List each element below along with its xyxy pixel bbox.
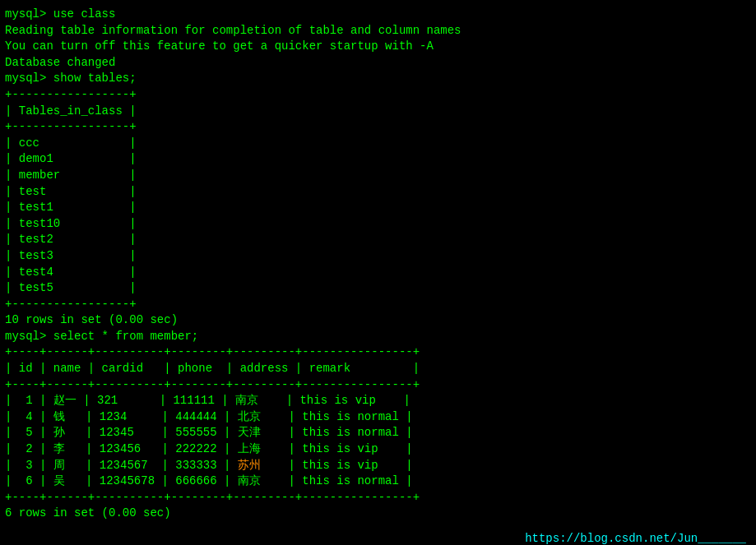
highlighted-text: 苏州 xyxy=(238,459,261,472)
terminal-line: 6 rows in set (0.00 sec) xyxy=(5,506,751,522)
terminal-line: | demo1 | xyxy=(5,151,751,168)
terminal-line: | 5 | 孙 | 12345 | 555555 | 天津 | this is … xyxy=(5,425,751,441)
terminal-line: | test5 | xyxy=(5,280,751,297)
terminal-line: | 6 | 吴 | 12345678 | 666666 | 南京 | this … xyxy=(5,473,751,490)
terminal-line: | test2 | xyxy=(5,232,751,248)
terminal-line: mysql> select * from member; xyxy=(5,329,751,345)
terminal-line: | ccc | xyxy=(5,136,751,152)
terminal-line: | 4 | 钱 | 1234 | 444444 | 北京 | this is n… xyxy=(5,409,751,426)
terminal-line: | test10 | xyxy=(5,216,751,233)
terminal-line: | member | xyxy=(5,168,751,184)
terminal-line: Database changed xyxy=(5,55,751,72)
terminal-line: +-----------------+ xyxy=(5,119,751,136)
terminal-line: | 1 | 赵一 | 321 | 111111 | 南京 | this is v… xyxy=(5,393,751,409)
terminal-line: You can turn off this feature to get a q… xyxy=(5,39,751,55)
terminal-line: 10 rows in set (0.00 sec) xyxy=(5,312,751,329)
terminal-line: +----+------+----------+--------+-------… xyxy=(5,344,751,361)
terminal-line: +-----------------+ xyxy=(5,297,751,313)
terminal-line: | test3 | xyxy=(5,248,751,265)
terminal-line: | Tables_in_class | xyxy=(5,104,751,120)
terminal-line: mysql> show tables; xyxy=(5,71,751,87)
terminal-line: | test1 | xyxy=(5,200,751,216)
url-label: https://blog.csdn.net/Jun_______ xyxy=(525,532,746,545)
terminal-line: | id | name | cardid | phone | address |… xyxy=(5,361,751,377)
terminal-line: +----+------+----------+--------+-------… xyxy=(5,377,751,394)
terminal-line: Reading table information for completion… xyxy=(5,23,751,39)
terminal-window: mysql> use classReading table informatio… xyxy=(5,7,751,545)
terminal-line: mysql> use class xyxy=(5,7,751,23)
terminal-line: | 3 | 周 | 1234567 | 333333 | 苏州 | this i… xyxy=(5,458,751,474)
terminal-line: | 2 | 李 | 123456 | 222222 | 上海 | this is… xyxy=(5,441,751,458)
terminal-line: +-----------------+ xyxy=(5,87,751,104)
terminal-line: | test4 | xyxy=(5,265,751,281)
terminal-line: | test | xyxy=(5,184,751,201)
terminal-line: +----+------+----------+--------+-------… xyxy=(5,490,751,506)
terminal-content: mysql> use classReading table informatio… xyxy=(5,7,751,522)
